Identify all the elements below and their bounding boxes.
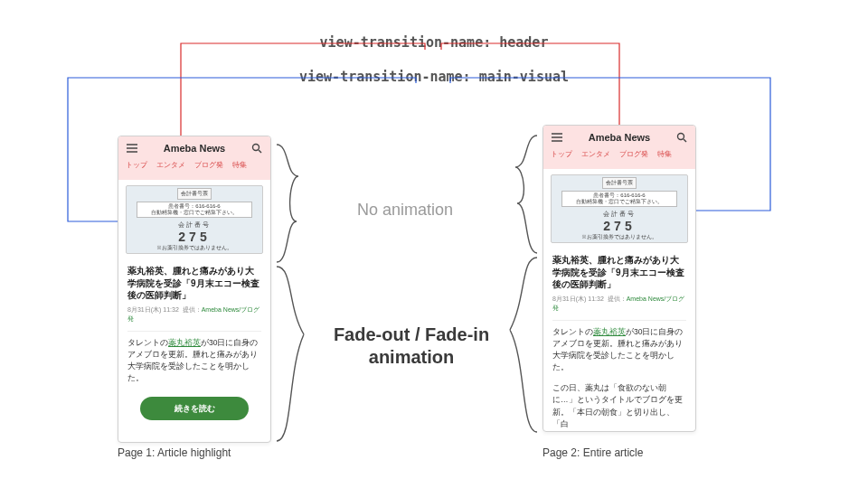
ticket-subnote: ※お薬引換券ではありません。	[156, 245, 232, 251]
caption-page1: Page 1: Article highlight	[118, 446, 231, 459]
svg-point-0	[252, 145, 259, 151]
annotation-no-animation: No animation	[357, 201, 453, 220]
tab-top[interactable]: トップ	[551, 149, 572, 159]
page2-entire-article: Ameba News トップ エンタメ ブログ発 特集 会計番号票 患者番号：6…	[542, 125, 696, 432]
nav-tabs: トップ エンタメ ブログ発 特集	[118, 160, 270, 174]
hamburger-icon[interactable]	[126, 142, 138, 155]
ticket-number-label: 会計番号	[178, 221, 211, 230]
svg-point-1	[677, 134, 684, 140]
tab-special[interactable]: 特集	[657, 149, 672, 159]
app-title: Ameba News	[589, 132, 650, 143]
app-title: Ameba News	[164, 143, 225, 154]
article-meta: 8月31日(木) 11:32 提供：Ameba News/ブログ発	[118, 304, 270, 329]
app-header: Ameba News トップ エンタメ ブログ発 特集	[543, 126, 695, 169]
search-icon[interactable]	[250, 142, 263, 155]
article-body-extra: この日、薬丸は「食欲のない朝に…」というタイトルでブログを更新。「本日の朝食」と…	[543, 382, 695, 430]
main-visual: 会計番号票 患者番号：616-616-6 自動精算機・窓口でご精算下さい。 会計…	[551, 174, 688, 243]
ticket-number-label: 会計番号	[603, 210, 636, 219]
tab-top[interactable]: トップ	[126, 160, 147, 170]
page1-article-highlight: Ameba News トップ エンタメ ブログ発 特集 会計番号票 患者番号：6…	[118, 136, 271, 443]
ticket-info: 患者番号：616-616-6 自動精算機・窓口でご精算下さい。	[561, 191, 677, 207]
ticket-number: 275	[603, 219, 635, 233]
ticket-number: 275	[178, 230, 210, 244]
nav-tabs: トップ エンタメ ブログ発 特集	[543, 149, 695, 163]
hamburger-icon[interactable]	[551, 131, 563, 144]
inline-link[interactable]: 薬丸裕英	[168, 338, 201, 347]
app-header: Ameba News トップ エンタメ ブログ発 特集	[118, 136, 270, 180]
ticket-subnote: ※お薬引換券ではありません。	[581, 234, 657, 240]
read-more-button[interactable]: 続きを読む	[140, 397, 249, 420]
ticket-info: 患者番号：616-616-6 自動精算機・窓口でご精算下さい。	[137, 202, 252, 218]
caption-page2: Page 2: Entire article	[542, 446, 643, 459]
article-lead: タレントの薬丸裕英が30日に自身のアメブロを更新。腫れと痛みがあり大学病院を受診…	[543, 326, 695, 374]
divider	[127, 331, 261, 332]
article-headline: 薬丸裕英、腫れと痛みがあり大学病院を受診「9月末エコー検査後の医師判断」	[543, 249, 695, 293]
article-lead: タレントの薬丸裕英が30日に自身のアメブロを更新。腫れと痛みがあり大学病院を受診…	[118, 337, 270, 385]
tab-blog[interactable]: ブログ発	[619, 149, 648, 159]
main-visual: 会計番号票 患者番号：616-616-6 自動精算機・窓口でご精算下さい。 会計…	[126, 185, 263, 254]
divider	[552, 320, 686, 321]
article-meta: 8月31日(木) 11:32 提供：Ameba News/ブログ発	[543, 293, 695, 318]
tab-blog[interactable]: ブログ発	[194, 160, 223, 170]
annotation-fade: Fade-out / Fade-in animation	[326, 324, 497, 369]
inline-link[interactable]: 薬丸裕英	[593, 327, 626, 336]
tab-special[interactable]: 特集	[232, 160, 247, 170]
article-headline: 薬丸裕英、腫れと痛みがあり大学病院を受診「9月末エコー検査後の医師判断」	[118, 259, 270, 304]
search-icon[interactable]	[675, 131, 688, 144]
ticket-heading: 会計番号票	[602, 177, 637, 189]
tab-entertainment[interactable]: エンタメ	[581, 149, 610, 159]
ticket-heading: 会計番号票	[177, 188, 212, 200]
tab-entertainment[interactable]: エンタメ	[156, 160, 185, 170]
